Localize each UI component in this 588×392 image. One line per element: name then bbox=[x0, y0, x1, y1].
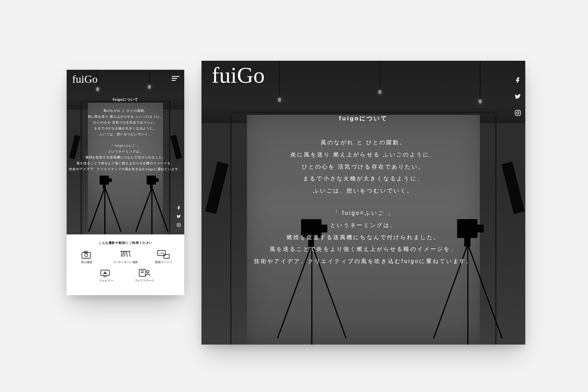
about-line: 炎に風を送り 燃え上がらせる ふいごのように、 bbox=[88, 114, 163, 120]
service-label: 配信イベント bbox=[155, 260, 172, 264]
about-heading: fuigoについて bbox=[339, 112, 388, 125]
service-item[interactable]: 商品撮影 bbox=[73, 249, 101, 264]
live-icon: LIVE bbox=[157, 249, 171, 259]
svg-rect-9 bbox=[101, 270, 109, 276]
about-line: 風を送ることで炎をより強く燃え上がらせる鞴のイメージを、 bbox=[270, 243, 457, 255]
svg-point-2 bbox=[180, 224, 180, 224]
service-label: ライブコマース bbox=[135, 279, 155, 283]
about-line: というネーミングは、 bbox=[330, 219, 397, 231]
service-item[interactable]: コーディネート撮影 bbox=[112, 249, 139, 264]
facebook-icon[interactable] bbox=[514, 76, 521, 83]
hero-studio: fuiGo fuigoについて 風のながれ と ひとの躍動。 炎に風を送り 燃え… bbox=[201, 61, 525, 345]
service-label: コーディネート撮影 bbox=[113, 260, 138, 264]
desktop-preview: fuiGo fuigoについて 風のながれ と ひとの躍動。 炎に風を送り 燃え… bbox=[201, 61, 525, 345]
camera-icon bbox=[80, 249, 94, 259]
svg-point-12 bbox=[147, 270, 149, 273]
about-line: 風のながれ と ひとの躍動。 bbox=[103, 108, 148, 114]
about-line: 「 fuigo=ふいご 」 bbox=[333, 207, 394, 219]
svg-rect-11 bbox=[139, 269, 145, 276]
svg-point-1 bbox=[178, 224, 180, 226]
instagram-icon[interactable] bbox=[514, 109, 521, 116]
hero-studio: fuiGo fuigoについて 風のながれ と ひとの躍動。 炎に風を送り 燃え… bbox=[67, 70, 184, 234]
svg-text:LIVE: LIVE bbox=[159, 252, 164, 254]
social-links bbox=[514, 76, 521, 116]
svg-point-14 bbox=[517, 112, 519, 114]
svg-rect-3 bbox=[82, 252, 91, 258]
about-line: 「 fuigo=ふいご 」 bbox=[111, 143, 141, 149]
about-line: 風を送ることで炎をより強く燃え上がらせる鞴のイメージを、 bbox=[76, 160, 174, 166]
about-line: ひとの心を 活気づける存在でありたい。 bbox=[93, 120, 157, 125]
rack-icon bbox=[119, 249, 132, 259]
service-item[interactable]: LIVE 配信イベント bbox=[150, 249, 178, 264]
about-copy: fuigoについて 風のながれ と ひとの躍動。 炎に風を送り 燃え上がらせる … bbox=[201, 112, 525, 267]
service-item[interactable]: ウェビナー bbox=[93, 267, 120, 283]
mobile-preview: fuiGo fuigoについて 風のながれ と ひとの躍動。 炎に風を送り 燃え… bbox=[67, 70, 184, 295]
about-line: まるで小さな火種が大きくなるように、 bbox=[303, 172, 423, 185]
about-line: ふいごは、想いをつむいでいく。 bbox=[313, 185, 414, 197]
about-line: ふいごは、想いをつむいでいく。 bbox=[99, 131, 152, 137]
service-item[interactable]: ライブコマース bbox=[131, 267, 158, 283]
about-line: まるで小さな火種が大きくなるように、 bbox=[94, 125, 157, 131]
about-line: 燃焼を促進する送風機にちなんで付けられました。 bbox=[287, 231, 441, 243]
svg-rect-5 bbox=[84, 251, 87, 253]
about-line: ひとの心を 活気づける存在でありたい。 bbox=[302, 161, 425, 173]
facebook-icon[interactable] bbox=[176, 205, 181, 210]
svg-point-4 bbox=[85, 254, 88, 257]
service-label: 商品撮影 bbox=[81, 260, 93, 264]
svg-rect-8 bbox=[164, 254, 169, 258]
about-heading: fuigoについて bbox=[113, 96, 138, 103]
about-line: 風のながれ と ひとの躍動。 bbox=[321, 136, 407, 149]
about-copy: fuigoについて 風のながれ と ひとの躍動。 炎に風を送り 燃え上がらせる … bbox=[67, 96, 184, 172]
svg-rect-0 bbox=[177, 223, 181, 227]
services-heading: こんな撮影や配信にご利用ください bbox=[98, 241, 152, 245]
svg-rect-13 bbox=[515, 110, 521, 116]
svg-point-15 bbox=[519, 111, 520, 112]
about-line: 燃焼を促進する送風機にちなんで付けられました。 bbox=[85, 154, 166, 160]
commerce-icon bbox=[138, 267, 151, 278]
about-line: 炎に風を送り 燃え上がらせる ふいごのように、 bbox=[290, 149, 437, 161]
webinar-icon bbox=[100, 267, 113, 278]
twitter-icon[interactable] bbox=[176, 214, 181, 219]
services-section: こんな撮影や配信にご利用ください 商品撮影 コーディネート撮影 LIVE 配信イ… bbox=[67, 234, 184, 295]
service-label: ウェビナー bbox=[99, 279, 113, 283]
menu-button[interactable] bbox=[172, 76, 180, 81]
about-line: というネーミングは、 bbox=[108, 149, 143, 154]
instagram-icon[interactable] bbox=[176, 223, 181, 227]
twitter-icon[interactable] bbox=[514, 93, 521, 100]
social-links bbox=[175, 204, 183, 229]
about-line: 技術やアイデア、クリエイティブの風を吹き込むfuigoに重ねています。 bbox=[254, 255, 473, 267]
about-line: 技術やアイデア、クリエイティブの風を吹き込むfuigoに重ねています。 bbox=[69, 166, 182, 172]
